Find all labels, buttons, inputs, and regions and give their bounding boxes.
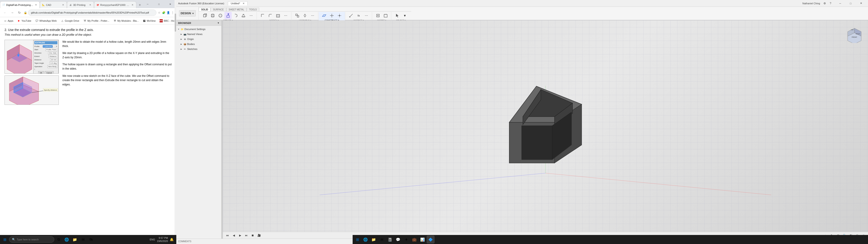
fusion-maximize[interactable]: □ bbox=[845, 0, 856, 6]
taskbar-start[interactable]: ⊞ bbox=[1, 236, 8, 243]
create-more-btn[interactable]: ⋯ bbox=[248, 12, 255, 19]
scrollbar-thumb[interactable] bbox=[175, 13, 176, 32]
browser-scrollbar[interactable] bbox=[175, 0, 176, 244]
fusion-taskbar-telegram[interactable]: ✈ bbox=[402, 236, 410, 243]
file-tab-close[interactable]: ✕ bbox=[243, 2, 245, 5]
tree-item-origin[interactable]: ▶ ⊕ Origin bbox=[176, 37, 221, 41]
fusion-taskbar-start[interactable]: ⊞ bbox=[353, 236, 361, 243]
fusion-taskbar-chrome[interactable]: 🌐 bbox=[362, 236, 369, 243]
assemble-joint-btn[interactable] bbox=[301, 12, 309, 19]
tab-close-4[interactable]: ✕ bbox=[131, 3, 134, 7]
create-box-btn[interactable] bbox=[202, 12, 209, 19]
view-cube[interactable]: FRONT RIGHT TOP bbox=[845, 25, 864, 43]
construct-plane-btn[interactable] bbox=[320, 12, 328, 19]
tab-surface[interactable]: SURFACE bbox=[211, 8, 226, 11]
tab-digitalfab[interactable]: 📄 DigitalFab-PrototypingFundam... ✕ bbox=[0, 1, 40, 8]
tab-sheetmetal[interactable]: SHEET METAL bbox=[226, 8, 247, 11]
assemble-new-btn[interactable] bbox=[293, 12, 301, 19]
tree-item-bodies[interactable]: ▶ 📦 Bodies bbox=[176, 41, 221, 47]
tree-item-document-settings[interactable]: ▼ 📁 Document Settings bbox=[176, 27, 221, 32]
bookmark-whatsapp[interactable]: 💬 WhatsApp Web bbox=[33, 18, 58, 23]
modify-shell-btn[interactable] bbox=[274, 12, 282, 19]
extensions-icon[interactable]: 🧩 bbox=[162, 11, 165, 14]
bookmark-profile[interactable]: W My Profile - Potter... bbox=[82, 18, 111, 23]
tree-item-sketches[interactable]: ▶ ✏ Sketches bbox=[176, 47, 221, 52]
dialog-close-x[interactable]: ✕ bbox=[56, 45, 57, 48]
fusion-file-tab[interactable]: Untitled* ✕ bbox=[228, 1, 248, 5]
create-sphere-btn[interactable] bbox=[217, 12, 224, 19]
forward-button[interactable]: → bbox=[9, 9, 16, 16]
construct-axis-btn[interactable] bbox=[328, 12, 336, 19]
notification-icon[interactable]: 🔔 bbox=[170, 238, 174, 241]
address-input[interactable] bbox=[28, 9, 156, 16]
bookmark-gdrive[interactable]: △ Google Drive bbox=[59, 18, 81, 23]
tab-tools[interactable]: TOOLS bbox=[247, 8, 259, 11]
vp-stop[interactable]: ⏹ bbox=[250, 233, 255, 238]
new-tab-button[interactable]: + bbox=[137, 2, 143, 8]
fusion-close[interactable]: ✕ bbox=[856, 0, 866, 6]
profile-icon[interactable]: 👤 bbox=[166, 11, 170, 14]
bookmark-apps[interactable]: ⚏ Apps bbox=[2, 18, 15, 23]
construct-point-btn[interactable] bbox=[336, 12, 343, 19]
assemble-more-btn[interactable]: ⋯ bbox=[309, 12, 316, 19]
bookmark-modules[interactable]: M My Modules - Bla... bbox=[112, 18, 141, 23]
inspect-fx-btn[interactable]: fx bbox=[355, 12, 362, 19]
tab-close-1[interactable]: ✕ bbox=[34, 3, 38, 7]
taskbar-store[interactable]: 🛍 bbox=[87, 236, 95, 243]
tab-solid[interactable]: SOLID bbox=[199, 8, 211, 11]
menu-icon[interactable]: ⋮ bbox=[171, 11, 175, 14]
reload-button[interactable]: ↻ bbox=[16, 9, 23, 16]
modify-chamfer-btn[interactable] bbox=[267, 12, 274, 19]
tree-item-named-views[interactable]: ▶ 📷 Named Views bbox=[176, 32, 221, 37]
fusion-help-icon[interactable]: ? bbox=[828, 1, 833, 6]
vp-play-forward[interactable]: ▶ bbox=[237, 233, 243, 238]
vp-play-end[interactable]: ⏭ bbox=[244, 233, 249, 238]
fusion-taskbar-whatsapp[interactable]: 💬 bbox=[394, 236, 402, 243]
bookmark-moview[interactable]: 🎬 MoView bbox=[141, 18, 157, 23]
cancel-button[interactable]: Cancel bbox=[45, 71, 54, 74]
fusion-taskbar-teams[interactable]: 📊 bbox=[418, 236, 426, 243]
fusion-taskbar-onenote[interactable]: 📓 bbox=[386, 236, 394, 243]
create-revolve-btn[interactable] bbox=[232, 12, 239, 19]
fusion-taskbar-explorer[interactable]: 📁 bbox=[370, 236, 377, 243]
fusion-taskbar-slack[interactable]: 💼 bbox=[410, 236, 418, 243]
tab-close-3[interactable]: ✕ bbox=[88, 3, 92, 7]
close-button[interactable]: ✕ bbox=[165, 1, 176, 7]
insert-btn[interactable] bbox=[374, 12, 381, 19]
select-more-btn[interactable]: ▼ bbox=[401, 12, 408, 19]
inspect-measure-btn[interactable] bbox=[347, 12, 355, 19]
bookmark-star-icon[interactable]: ☆ bbox=[157, 11, 161, 14]
bookmark-youtube[interactable]: ▶ YouTube bbox=[16, 18, 33, 23]
fusion-taskbar-mail[interactable]: ✉ bbox=[378, 236, 385, 243]
design-dropdown[interactable]: DESIGN ▼ bbox=[179, 10, 196, 17]
inspect-more-btn[interactable]: ⋯ bbox=[363, 12, 370, 19]
browser-collapse[interactable]: ▼ bbox=[217, 22, 219, 24]
taskbar-search[interactable]: 🔍 Type here to search bbox=[9, 236, 54, 243]
fusion-minimize[interactable]: ─ bbox=[835, 0, 845, 6]
bookmark-bbc[interactable]: BBC BBC - Homepage bbox=[158, 18, 176, 23]
create-cylinder-btn[interactable] bbox=[209, 12, 216, 19]
maximize-button[interactable]: □ bbox=[154, 1, 164, 7]
vp-play-back[interactable]: ◀ bbox=[231, 233, 237, 238]
select-btn[interactable] bbox=[394, 12, 401, 19]
minimize-button[interactable]: ─ bbox=[143, 1, 153, 7]
taskbar-mail[interactable]: ✉ bbox=[79, 236, 87, 243]
fusion-taskbar-fusion[interactable]: 🔷 bbox=[427, 236, 434, 243]
fusion-settings-icon[interactable]: ⚙ bbox=[822, 1, 827, 6]
tab-close-2[interactable]: ✕ bbox=[61, 3, 65, 7]
insert-canvas-btn[interactable] bbox=[382, 12, 389, 19]
modify-fillet-btn[interactable] bbox=[259, 12, 266, 19]
create-loft-btn[interactable] bbox=[240, 12, 247, 19]
taskbar-file-explorer[interactable]: 📁 bbox=[71, 236, 79, 243]
back-button[interactable]: ← bbox=[2, 9, 8, 16]
taskbar-task-view[interactable]: ⧉ bbox=[55, 236, 62, 243]
vp-play-start[interactable]: ⏮ bbox=[225, 233, 230, 238]
vp-camera[interactable]: 🎥 bbox=[256, 233, 262, 238]
tab-3dprinting[interactable]: 🖨 3D Printing ✕ bbox=[67, 1, 94, 8]
tab-cad[interactable]: 📐 CAD ✕ bbox=[40, 1, 67, 8]
ok-button[interactable]: OK bbox=[38, 71, 44, 74]
taskbar-chrome[interactable]: 🌐 bbox=[63, 236, 70, 243]
tab-github[interactable]: 🐙 Ronyyyychanl/EP1000: Module V... ✕ bbox=[94, 1, 136, 8]
create-extrude-btn[interactable] bbox=[224, 12, 232, 19]
modify-more-btn[interactable]: ⋯ bbox=[282, 12, 289, 19]
